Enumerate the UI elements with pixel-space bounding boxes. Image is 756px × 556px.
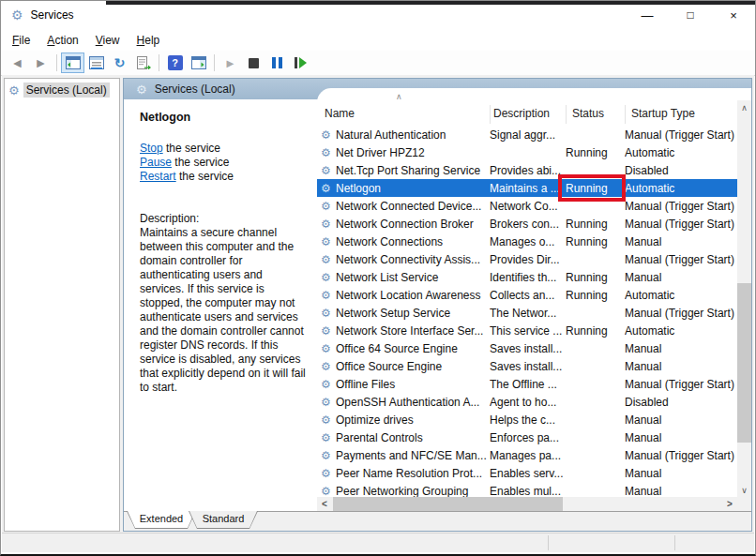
column-divider[interactable] [490, 105, 491, 124]
scroll-up-icon[interactable]: ∧ [737, 100, 751, 114]
menu-view[interactable]: View [87, 31, 129, 50]
service-startup-type-cell: Automatic [625, 146, 737, 159]
tab-standard[interactable]: Standard [189, 511, 258, 529]
view-tabs: Extended Standard [124, 511, 751, 531]
tree-item-services-local[interactable]: ⚙ Services (Local) [5, 83, 119, 98]
gear-icon: ⚙ [321, 379, 336, 390]
service-description-cell: Agent to ho... [490, 396, 566, 409]
service-name-cell: Network Connectivity Assis... [336, 253, 490, 266]
table-row[interactable]: ⚙Network Connectivity Assis...Provides D… [317, 250, 737, 268]
gear-icon: ⚙ [321, 254, 336, 265]
service-description-block: Description: Maintains a secure channel … [140, 212, 310, 395]
service-startup-type-cell: Manual (Trigger Start) [625, 128, 737, 142]
service-description-cell: The Offline ... [490, 378, 566, 391]
minimize-button[interactable]: — [626, 1, 669, 29]
pane-body: Netlogon Stop the service Pause the serv… [124, 99, 751, 511]
scroll-down-icon[interactable]: ∨ [737, 483, 751, 497]
table-row[interactable]: ⚙Network Store Interface Ser...This serv… [317, 322, 737, 339]
gear-icon: ⚙ [321, 183, 336, 194]
gear-icon: ⚙ [321, 129, 336, 141]
horizontal-scrollbar[interactable]: < > [317, 497, 737, 511]
table-row[interactable]: ⚙Network Connection BrokerBrokers con...… [317, 215, 737, 233]
table-row[interactable]: ⚙Network Setup ServiceThe Networ...Manua… [317, 304, 737, 322]
show-action-pane-button[interactable] [187, 53, 210, 73]
table-row[interactable]: ⚙Offline FilesThe Offline ...Manual (Tri… [317, 375, 737, 393]
restart-service-button[interactable] [289, 53, 312, 73]
pause-service-button[interactable] [265, 53, 289, 73]
menu-action[interactable]: Action [38, 31, 86, 50]
column-header-description[interactable]: Description [493, 107, 550, 120]
properties-button[interactable] [84, 53, 108, 73]
table-row[interactable]: ⚙Payments and NFC/SE Man...Manages pa...… [317, 446, 737, 464]
service-description-cell: Saves install... [490, 360, 566, 373]
stop-service-link[interactable]: Stop [140, 142, 163, 155]
pause-service-link[interactable]: Pause [140, 156, 172, 169]
restart-service-line: Restart the service [140, 170, 310, 184]
column-header-status[interactable]: Status [572, 107, 604, 120]
title-bar[interactable]: ⚙ Services — □ × [1, 1, 755, 29]
services-gear-icon: ⚙ [11, 8, 23, 22]
column-header-name[interactable]: Name [325, 107, 355, 120]
service-status-cell: Running [566, 271, 625, 284]
table-row[interactable]: ⚙Network Location AwarenessCollects an..… [317, 286, 737, 304]
gear-icon: ⚙ [321, 486, 336, 497]
service-name-cell: Network Location Awareness [336, 289, 490, 302]
service-name-cell: Network Connection Broker [336, 218, 490, 231]
table-row[interactable]: ⚙Office 64 Source EngineSaves install...… [317, 339, 737, 357]
table-row[interactable]: ⚙Peer Name Resolution Prot...Enables ser… [317, 464, 737, 482]
table-row[interactable]: ⚙Natural AuthenticationSignal aggr...Man… [317, 126, 737, 143]
table-row[interactable]: ⚙OpenSSH Authentication A...Agent to ho.… [317, 393, 737, 411]
refresh-button[interactable]: ↻ [108, 53, 131, 73]
gear-icon: ⚙ [321, 414, 336, 426]
description-label: Description: [140, 212, 310, 226]
menu-help[interactable]: Help [129, 31, 169, 50]
forward-button[interactable]: ► [29, 53, 53, 73]
start-icon: ► [224, 57, 236, 69]
service-startup-type-cell: Manual [625, 271, 737, 284]
column-header-startup-type[interactable]: Startup Type [631, 107, 695, 120]
table-row[interactable]: ⚙Parental ControlsEnforces pa...Manual [317, 428, 737, 446]
menu-file[interactable]: File [4, 31, 38, 50]
column-divider[interactable] [625, 105, 626, 124]
back-button[interactable]: ◄ [6, 53, 29, 73]
restart-service-link[interactable]: Restart [140, 170, 176, 183]
toolbar-separator [56, 54, 57, 71]
table-row[interactable]: ⚙Net.Tcp Port Sharing ServiceProvides ab… [317, 161, 737, 179]
service-startup-type-cell: Manual [625, 431, 737, 444]
gear-icon: ⚙ [321, 361, 336, 372]
service-startup-type-cell: Manual (Trigger Start) [625, 218, 737, 231]
maximize-button[interactable]: □ [669, 1, 712, 29]
table-row[interactable]: ⚙Optimize drivesHelps the c...Manual [317, 411, 737, 428]
vertical-scroll-thumb[interactable] [737, 283, 751, 443]
gear-icon: ⚙ [321, 147, 336, 158]
gear-icon: ⚙ [321, 201, 336, 212]
table-row[interactable]: ⚙Network Connected Device...Network Co..… [317, 197, 737, 215]
table-row[interactable]: ⚙Network ConnectionsManages o...RunningM… [317, 233, 737, 250]
scroll-left-icon[interactable]: < [317, 497, 332, 511]
service-startup-type-cell: Manual [625, 467, 737, 480]
service-name-cell: Network Connected Device... [336, 200, 490, 213]
close-button[interactable]: × [712, 1, 755, 29]
vertical-scrollbar[interactable]: ∧ ∨ [737, 100, 751, 497]
table-row[interactable]: ⚙Net Driver HPZ12RunningAutomatic [317, 143, 737, 161]
horizontal-scroll-thumb[interactable] [333, 497, 563, 511]
help-button[interactable]: ? [163, 53, 187, 73]
service-description-cell: Provides Dir... [490, 253, 566, 266]
scroll-right-icon[interactable]: > [722, 497, 737, 511]
stop-icon [249, 58, 259, 68]
export-list-button[interactable] [131, 53, 155, 73]
service-description-cell: Enables serv... [490, 467, 566, 480]
service-name-cell: Network Setup Service [336, 307, 490, 320]
window-controls: — □ × [626, 1, 755, 29]
table-row[interactable]: ⚙Network List ServiceIdentifies th...Run… [317, 268, 737, 286]
show-console-tree-button[interactable] [61, 53, 84, 73]
stop-service-button[interactable] [242, 53, 265, 73]
service-startup-type-cell: Manual (Trigger Start) [625, 307, 737, 320]
tab-extended[interactable]: Extended [127, 511, 196, 529]
service-name-cell: Netlogon [336, 182, 490, 195]
start-service-button[interactable]: ► [219, 53, 242, 73]
table-row[interactable]: ⚙Office Source EngineSaves install...Man… [317, 357, 737, 375]
column-divider[interactable] [566, 105, 567, 124]
table-row[interactable]: ⚙NetlogonMaintains a ...RunningAutomatic [317, 179, 737, 197]
service-description-cell: Saves install... [490, 342, 566, 355]
